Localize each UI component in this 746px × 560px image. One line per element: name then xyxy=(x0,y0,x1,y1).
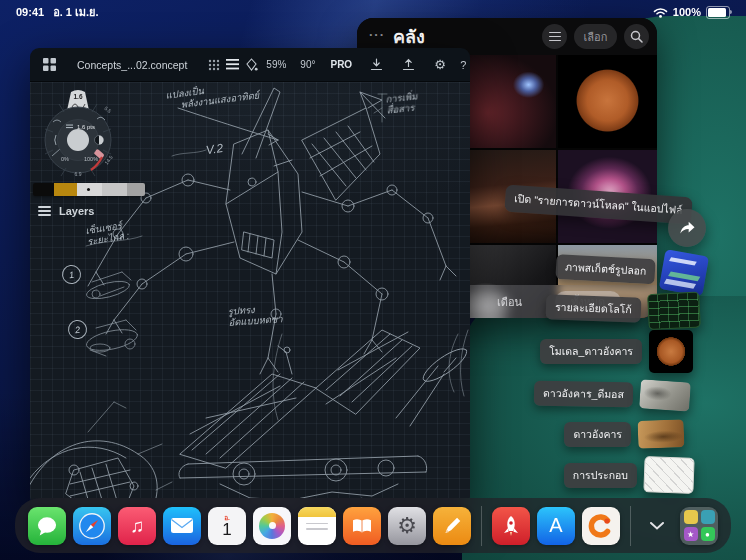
drawing-pen-app-icon[interactable] xyxy=(433,507,471,545)
drag-item-thumbnail xyxy=(643,456,694,494)
import-button[interactable] xyxy=(365,54,387,76)
appstore-a-icon: A xyxy=(549,514,562,537)
clock: 09:41 xyxy=(16,6,44,18)
tool-wheel[interactable]: 1.6 5.5 14.5 6.9 1.6 pts xyxy=(40,88,116,178)
pro-button[interactable]: PRO xyxy=(324,59,358,70)
battery-percent: 100% xyxy=(673,6,701,18)
messages-app-icon[interactable] xyxy=(28,507,66,545)
layers-menu-icon xyxy=(38,206,51,215)
precision-grid-button[interactable] xyxy=(208,54,220,76)
wifi-icon xyxy=(653,7,668,18)
swatch-white-selected[interactable] xyxy=(77,183,103,196)
chevron-down-icon xyxy=(650,522,664,530)
drag-item-thumbnail xyxy=(647,291,701,330)
pen-icon xyxy=(441,515,463,537)
export-icon xyxy=(402,58,415,71)
dock-divider xyxy=(630,506,631,546)
annotation-comms: การเพิ่มสื่อสาร xyxy=(385,90,419,115)
drawing-canvas[interactable]: แปลงเป็นพลังงานแสงอาทิตย์ V.2 การเพิ่มสื… xyxy=(30,82,470,506)
search-button[interactable] xyxy=(624,24,649,49)
status-bar: 09:41 อ. 1 เม.ย. 100% xyxy=(0,0,746,24)
list-icon xyxy=(549,32,561,41)
share-button[interactable] xyxy=(668,209,706,247)
select-button[interactable]: เลือก xyxy=(574,24,617,49)
settings-app-icon[interactable]: ⚙ xyxy=(388,507,426,545)
drag-item-mars[interactable]: ดาวอังคาร xyxy=(564,420,684,448)
drag-item-label: ภาพสเก็ตช์รูปลอก xyxy=(555,254,656,284)
swatch-gray[interactable] xyxy=(127,183,145,196)
app-library-grid: ★● xyxy=(684,510,715,541)
gear-icon: ⚙ xyxy=(397,513,417,539)
color-swatch-bar xyxy=(33,183,145,196)
compass-icon xyxy=(76,510,108,542)
layers-toggle-button[interactable] xyxy=(226,54,239,76)
gear-icon: ⚙ xyxy=(434,57,446,72)
tool-wheel-knob[interactable] xyxy=(67,129,89,151)
books-app-icon[interactable] xyxy=(343,507,381,545)
search-icon xyxy=(630,30,643,43)
open-book-icon xyxy=(351,517,373,535)
safari-app-icon[interactable] xyxy=(73,507,111,545)
battery-icon xyxy=(706,6,730,19)
selection-tool-button[interactable] xyxy=(245,54,258,76)
concepts-toolbar: Concepts_...02.concept 59% 90° PRO xyxy=(30,48,470,82)
zoom-level[interactable]: 59% xyxy=(261,59,291,70)
layers-panel-header[interactable]: Layers xyxy=(38,205,94,217)
settings-button[interactable]: ⚙ xyxy=(429,54,451,76)
photo-thumbnail-nebula[interactable] xyxy=(458,55,557,148)
notes-header-strip xyxy=(298,507,336,517)
export-button[interactable] xyxy=(397,54,419,76)
drag-item-label: การประกอบ xyxy=(564,463,637,488)
vector-nib-icon xyxy=(245,58,258,71)
drag-item-label: ดาวอังคาร_ดีมอส xyxy=(534,381,633,408)
rocket-icon xyxy=(499,514,523,538)
drag-item-thumbnail xyxy=(638,419,685,449)
app-library-icon[interactable]: ★● xyxy=(680,507,718,545)
ipad-screen: 09:41 อ. 1 เม.ย. 100% ··· คลัง เลือก xyxy=(0,0,746,560)
annotation-version: V.2 xyxy=(205,143,223,156)
app-store-icon[interactable]: A xyxy=(537,507,575,545)
active-brush-size: 1.6 xyxy=(73,93,82,100)
photos-app-icon[interactable] xyxy=(253,507,291,545)
drag-item-mars-model[interactable]: โมเดล_ดาวอังคาร xyxy=(540,330,693,373)
opacity-max: 100% xyxy=(84,156,98,162)
drag-item-label: โมเดล_ดาวอังคาร xyxy=(540,339,642,364)
calendar-app-icon[interactable]: อ. 1 xyxy=(208,507,246,545)
help-button[interactable]: ? xyxy=(458,59,470,71)
drag-item-sticker-sketches[interactable]: ภาพสเก็ตช์รูปลอก xyxy=(555,246,707,294)
dock-collapse-button[interactable] xyxy=(644,513,670,539)
drag-item-thumbnail xyxy=(659,249,709,296)
tab-month[interactable]: เดือน xyxy=(497,291,522,312)
swatch-light-gray[interactable] xyxy=(102,183,127,196)
dots-grid-icon xyxy=(208,59,220,71)
brush-size-2: 5.5 xyxy=(103,105,112,114)
mail-app-icon[interactable] xyxy=(163,507,201,545)
notes-app-icon[interactable] xyxy=(298,507,336,545)
concepts-window: Concepts_...02.concept 59% 90° PRO xyxy=(30,48,470,506)
document-title: Concepts_...02.concept xyxy=(77,59,187,71)
canvas-rotation[interactable]: 90° xyxy=(295,59,320,70)
calendar-day: 1 xyxy=(222,521,231,538)
envelope-icon xyxy=(170,517,194,534)
photo-thumbnail-mars-planet[interactable] xyxy=(558,55,657,148)
swatch-gold[interactable] xyxy=(54,183,76,196)
drag-item-logo-details[interactable]: รายละเอียดโลโก้ xyxy=(546,288,701,329)
drag-item-assembly[interactable]: การประกอบ xyxy=(564,457,694,493)
drag-item-thumbnail xyxy=(649,330,693,373)
brush-size-3: 6.9 xyxy=(75,171,82,177)
view-options-button[interactable] xyxy=(542,24,567,49)
music-app-icon[interactable]: ♫ xyxy=(118,507,156,545)
drag-item-mars-deimos[interactable]: ดาวอังคาร_ดีมอส xyxy=(534,379,690,411)
annotation-shape: รูปทรงอัดแบบหดขา xyxy=(227,302,283,328)
window-controls-button[interactable]: ··· xyxy=(369,27,385,42)
swatch-black[interactable] xyxy=(33,183,54,196)
drag-item-thumbnail xyxy=(639,379,691,411)
rocket-app-icon[interactable] xyxy=(492,507,530,545)
opacity-min: 0% xyxy=(61,156,69,162)
dock-divider xyxy=(481,506,482,546)
forward-arrow-icon xyxy=(677,218,697,238)
concepts-app-icon[interactable] xyxy=(582,507,620,545)
projects-gallery-button[interactable] xyxy=(43,54,56,76)
dock: ♫ อ. 1 ⚙ A ★● xyxy=(15,498,731,553)
lines-icon xyxy=(226,59,239,70)
